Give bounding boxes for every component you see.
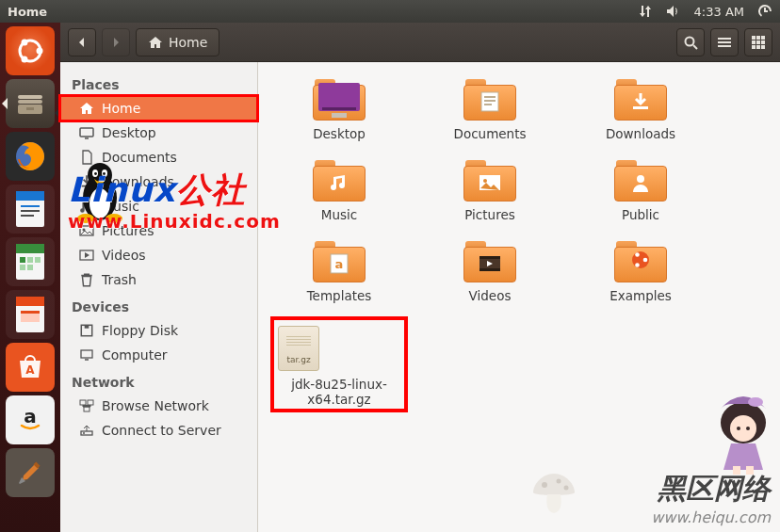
svg-point-1 <box>37 48 43 55</box>
folder-templates[interactable]: aTemplates <box>264 241 414 303</box>
svg-rect-58 <box>633 106 648 109</box>
svg-rect-19 <box>20 265 25 270</box>
sidebar-item-home[interactable]: Home <box>60 96 257 121</box>
archive-icon: tar.gz <box>278 326 319 371</box>
svg-rect-7 <box>26 107 34 110</box>
svg-rect-45 <box>80 400 86 405</box>
folder-desktop[interactable]: Desktop <box>264 79 414 141</box>
sidebar-item-desktop[interactable]: Desktop <box>60 121 257 145</box>
svg-point-3 <box>22 56 28 63</box>
top-panel: Home 4:33 AM <box>0 0 780 23</box>
svg-rect-48 <box>81 431 92 435</box>
svg-rect-15 <box>16 244 44 253</box>
svg-point-68 <box>643 257 648 262</box>
folder-examples[interactable]: Examples <box>565 241 716 303</box>
unity-launcher: A a <box>0 23 60 532</box>
folder-videos[interactable]: Videos <box>414 241 565 303</box>
svg-rect-29 <box>752 36 756 40</box>
launcher-calc[interactable] <box>6 237 55 286</box>
svg-rect-17 <box>27 257 33 263</box>
launcher-settings[interactable] <box>6 448 55 497</box>
svg-text:A: A <box>25 363 35 377</box>
network-indicator[interactable] <box>638 5 653 18</box>
svg-rect-55 <box>484 96 496 98</box>
svg-rect-12 <box>21 210 40 212</box>
sound-indicator[interactable] <box>666 5 681 18</box>
panel-title: Home <box>8 5 47 19</box>
svg-rect-34 <box>761 40 765 44</box>
back-button[interactable] <box>68 28 96 56</box>
svg-rect-31 <box>761 36 765 40</box>
launcher-files[interactable] <box>6 79 55 128</box>
svg-rect-46 <box>88 400 93 405</box>
svg-rect-11 <box>21 205 40 207</box>
folder-view[interactable]: Desktop Documents Downloads Music Pictur… <box>258 62 780 532</box>
svg-rect-18 <box>35 257 41 263</box>
launcher-software-center[interactable]: A <box>6 343 55 392</box>
launcher-impress[interactable] <box>6 290 55 339</box>
folder-music[interactable]: Music <box>264 160 414 222</box>
svg-point-28 <box>686 37 694 45</box>
svg-point-60 <box>483 179 487 183</box>
svg-rect-47 <box>84 407 89 411</box>
svg-rect-10 <box>16 191 44 201</box>
svg-rect-36 <box>756 45 760 49</box>
file-manager-toolbar: Home <box>60 23 780 62</box>
sidebar-section-devices: Devices <box>60 292 257 318</box>
sidebar-item-documents[interactable]: Documents <box>60 145 257 169</box>
svg-rect-37 <box>761 45 765 49</box>
sidebar-section-network: Network <box>60 367 257 394</box>
sidebar-item-connect-server[interactable]: Connect to Server <box>60 418 257 443</box>
session-indicator[interactable] <box>757 4 772 19</box>
svg-rect-16 <box>20 257 25 263</box>
folder-documents[interactable]: Documents <box>414 79 565 141</box>
svg-rect-35 <box>752 45 756 49</box>
sidebar-item-pictures[interactable]: Pictures <box>60 218 257 243</box>
launcher-firefox[interactable] <box>6 132 55 181</box>
path-label: Home <box>169 35 207 50</box>
svg-rect-44 <box>81 350 92 358</box>
places-sidebar: Places Home Desktop Documents Downloads … <box>60 62 258 532</box>
clock[interactable]: 4:33 AM <box>694 5 744 19</box>
svg-rect-50 <box>318 83 360 111</box>
launcher-writer[interactable] <box>6 185 55 234</box>
sidebar-item-music[interactable]: Music <box>60 194 257 218</box>
svg-point-69 <box>635 252 640 257</box>
view-grid-button[interactable] <box>744 28 772 56</box>
launcher-dash[interactable] <box>6 26 55 75</box>
search-button[interactable] <box>676 28 705 56</box>
sidebar-item-browse-network[interactable]: Browse Network <box>60 394 257 418</box>
sidebar-item-trash[interactable]: Trash <box>60 267 257 292</box>
svg-rect-43 <box>85 325 89 328</box>
svg-rect-65 <box>479 256 500 259</box>
svg-rect-4 <box>18 95 42 99</box>
svg-point-2 <box>22 40 28 46</box>
svg-rect-33 <box>756 40 760 44</box>
sidebar-item-videos[interactable]: Videos <box>60 243 257 267</box>
path-bar[interactable]: Home <box>136 28 219 56</box>
forward-button[interactable] <box>102 28 130 56</box>
svg-rect-66 <box>479 268 500 271</box>
svg-rect-5 <box>18 100 42 104</box>
sidebar-item-computer[interactable]: Computer <box>60 343 257 367</box>
folder-pictures[interactable]: Pictures <box>414 160 565 222</box>
file-jdk-archive[interactable]: tar.gz jdk-8u25-linux-x64.tar.gz <box>264 322 414 412</box>
svg-rect-24 <box>21 311 40 314</box>
file-manager-main: Places Home Desktop Documents Downloads … <box>60 62 780 532</box>
svg-rect-30 <box>756 36 760 40</box>
folder-downloads[interactable]: Downloads <box>565 79 716 141</box>
svg-rect-53 <box>332 113 347 118</box>
svg-rect-20 <box>27 265 33 270</box>
sidebar-item-floppy[interactable]: Floppy Disk <box>60 318 257 343</box>
svg-rect-13 <box>21 215 34 217</box>
svg-rect-57 <box>484 104 492 105</box>
svg-point-61 <box>637 175 644 183</box>
svg-point-70 <box>635 263 640 267</box>
sidebar-item-downloads[interactable]: Downloads <box>60 169 257 194</box>
folder-public[interactable]: Public <box>565 160 716 222</box>
view-list-button[interactable] <box>710 28 739 56</box>
svg-text:a: a <box>335 257 344 271</box>
svg-rect-52 <box>322 107 356 110</box>
svg-point-49 <box>83 432 85 434</box>
launcher-amazon[interactable]: a <box>6 395 55 444</box>
